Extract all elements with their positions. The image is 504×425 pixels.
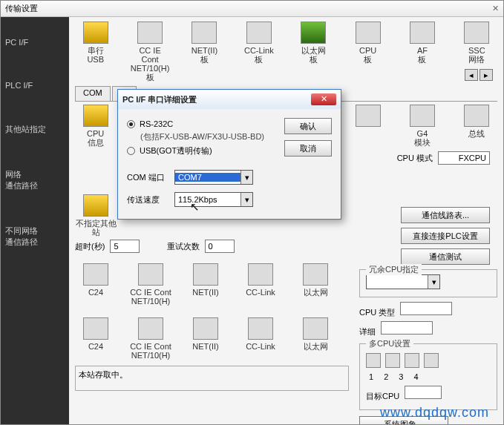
ethernet-icon	[301, 22, 326, 44]
sidebar: PC I/F PLC I/F 其他站指定 网络 通信路径 不同网络 通信路径	[1, 17, 69, 424]
target-cpu-field[interactable]	[405, 386, 442, 399]
sidebar-item-other-station[interactable]: 其他站指定	[1, 118, 69, 141]
dialog-titlebar[interactable]: PC I/F 串口详细设置 ✕	[118, 90, 341, 109]
sidebar-item-pc-if[interactable]: PC I/F	[1, 32, 69, 53]
net-ethernet[interactable]: 以太网	[295, 263, 336, 306]
board-icon	[193, 263, 218, 286]
sidebar-item-plc-if[interactable]: PLC I/F	[1, 75, 69, 96]
board-icon	[410, 105, 435, 127]
pcif-serial-usb[interactable]: 串行 USB	[75, 22, 116, 82]
cpu-mode-field[interactable]: FXCPU	[438, 151, 490, 165]
plcif-bus[interactable]: 总线	[456, 105, 497, 147]
cpu-type-field[interactable]	[400, 302, 452, 315]
board-icon	[137, 22, 163, 44]
target-cpu-label: 目标CPU	[366, 391, 399, 402]
baud-combo[interactable]: 115.2Kbps ▾	[174, 192, 253, 207]
dnet-ccie[interactable]: CC IE Cont NET/10(H)	[130, 317, 171, 360]
pcif-ethernet[interactable]: 以太网 板	[293, 22, 334, 82]
scroll-right-button[interactable]: ▸	[480, 69, 493, 81]
net-c24[interactable]: C24	[75, 263, 117, 306]
station-icon	[83, 194, 108, 217]
cpu-4[interactable]	[424, 353, 439, 368]
board-icon	[464, 22, 489, 44]
scroll-left-button[interactable]: ◂	[465, 69, 478, 81]
sidebar-item-network-path[interactable]: 网络 通信路径	[1, 163, 69, 197]
dialog-close-button[interactable]: ✕	[311, 93, 336, 105]
chevron-down-icon[interactable]: ▾	[240, 193, 252, 206]
sidebar-item-diff-network-path[interactable]: 不同网络 通信路径	[1, 220, 69, 254]
comm-test-button[interactable]: 通信测试	[401, 248, 490, 265]
radio-rs232c-label: RS-232C	[140, 119, 173, 128]
baud-row: 传送速度 115.2Kbps ▾	[127, 192, 332, 207]
baud-label: 传送速度	[127, 194, 167, 205]
pcif-af[interactable]: AF 板	[402, 22, 442, 82]
cpu-icon	[83, 105, 108, 127]
dnet-cclink[interactable]: CC-Link	[240, 317, 281, 360]
pcif-netii[interactable]: NET(II) 板	[184, 22, 225, 82]
board-icon	[193, 317, 218, 340]
chevron-down-icon[interactable]: ▾	[240, 171, 252, 184]
board-icon	[138, 263, 163, 286]
cpu-1[interactable]	[366, 353, 381, 368]
board-icon	[303, 263, 328, 286]
dialog-ok-button[interactable]: 确认	[284, 118, 332, 134]
board-icon	[356, 22, 381, 44]
redundant-combo[interactable]: ▾	[366, 274, 440, 289]
pcif-cpu[interactable]: CPU 板	[347, 22, 388, 82]
pcif-ccie[interactable]: CC IE Cont NET/10(H)板	[129, 22, 170, 82]
com-port-row: COM 端口 COM7 ▾	[127, 170, 332, 185]
timeout-field[interactable]: 5	[110, 240, 140, 253]
net-netii[interactable]: NET(II)	[185, 263, 226, 306]
pcif-icon-row: 串行 USB CC IE Cont NET/10(H)板 NET(II) 板 C…	[75, 22, 497, 82]
detail-field[interactable]	[381, 321, 433, 335]
route-list-button[interactable]: 通信线路表...	[401, 207, 490, 223]
com-port-combo[interactable]: COM7 ▾	[174, 170, 253, 185]
plcif-cpu[interactable]: CPU 信息	[75, 105, 116, 147]
other-station-icon[interactable]: 不指定其他站	[75, 194, 117, 237]
dnet-c24[interactable]: C24	[75, 317, 117, 360]
timeout-label: 超时(秒)	[75, 241, 105, 252]
watermark: www.dqdqw.com	[380, 405, 489, 421]
plcif-g4[interactable]: G4 模块	[402, 105, 442, 147]
radio-dot-icon	[127, 147, 135, 155]
multi-cpu-squares	[366, 353, 491, 368]
cpu-mode-label: CPU 模式	[397, 153, 433, 164]
direct-plc-button[interactable]: 直接连接PLC设置	[401, 228, 490, 244]
cpu-2[interactable]	[385, 353, 400, 368]
multi-cpu-legend: 多CPU设置	[366, 338, 413, 349]
net-cclink[interactable]: CC-Link	[240, 263, 281, 306]
close-icon[interactable]: ✕	[492, 4, 499, 13]
net-path-row: C24 CC IE Cont NET/10(H) NET(II) CC-Link…	[75, 263, 349, 306]
cpu-type-label: CPU 类型	[359, 307, 395, 318]
cpu-3[interactable]	[405, 353, 419, 368]
board-icon	[410, 22, 435, 44]
com-port-label: COM 端口	[127, 172, 167, 183]
net-ccie[interactable]: CC IE Cont NET/10(H)	[130, 263, 171, 306]
pcif-cclink[interactable]: CC-Link 板	[238, 22, 279, 82]
redundant-legend: 冗余CPU指定	[366, 264, 422, 275]
board-icon	[83, 263, 108, 286]
com-port-value: COM7	[175, 173, 240, 182]
board-icon	[192, 22, 217, 44]
board-icon	[248, 263, 273, 286]
radio-usb-label: USB(GOT透明传输)	[140, 145, 212, 157]
multi-cpu-group: 多CPU设置 1234 目标CPU	[359, 343, 497, 410]
chevron-down-icon: ▾	[428, 275, 439, 289]
retry-field[interactable]: 0	[205, 240, 235, 253]
status-text: 本站存取中。	[79, 370, 128, 379]
dnet-netii[interactable]: NET(II)	[185, 317, 226, 360]
detail-label: 详细	[359, 326, 376, 337]
dialog-cancel-button[interactable]: 取消	[284, 140, 332, 157]
main-panel: 串行 USB CC IE Cont NET/10(H)板 NET(II) 板 C…	[69, 17, 503, 424]
plcif-slot[interactable]	[347, 105, 388, 147]
tab-com[interactable]: COM	[75, 86, 111, 101]
redundant-cpu-group: 冗余CPU指定 ▾	[359, 269, 497, 297]
titlebar: 传输设置 ✕	[1, 1, 503, 17]
dnet-ethernet[interactable]: 以太网	[295, 317, 336, 360]
board-icon	[356, 105, 381, 127]
retry-label: 重试次数	[167, 241, 200, 252]
board-icon	[138, 317, 163, 340]
board-icon	[248, 317, 273, 340]
radio-dot-icon	[127, 120, 135, 128]
mouse-cursor-icon: ↖	[190, 200, 200, 214]
